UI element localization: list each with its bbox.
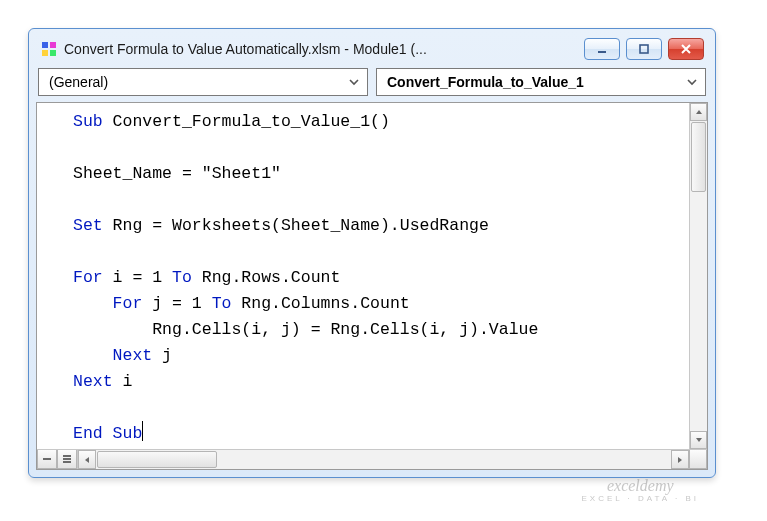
kw-end-sub: End Sub [73,424,142,443]
indent [73,320,152,339]
vba-app-icon [40,40,58,58]
kw-for-j: For [113,294,143,313]
svg-rect-6 [43,458,51,460]
window-title: Convert Formula to Value Automatically.x… [64,41,578,57]
svg-rect-2 [42,50,48,56]
svg-rect-5 [640,45,648,53]
window-controls [584,38,704,60]
vertical-scrollbar[interactable] [689,103,707,449]
next-i-var: i [113,372,133,391]
set-range: Rng = Worksheets(Sheet_Name).UsedRange [103,216,489,235]
procedure-view-button[interactable] [37,450,57,469]
h-scroll-thumb[interactable] [97,451,217,468]
for-i-a: i = 1 [103,268,172,287]
code-body: Sub Convert_Formula_to_Value_1() Sheet_N… [37,103,707,449]
horizontal-scrollbar[interactable] [78,450,689,469]
v-scroll-track[interactable] [690,121,707,431]
next-j-var: j [152,346,172,365]
object-dropdown-label: (General) [49,74,108,90]
for-j-a: j = 1 [142,294,211,313]
svg-rect-4 [598,51,606,53]
kw-next-i: Next [73,372,113,391]
minimize-button[interactable] [584,38,620,60]
svg-rect-3 [50,50,56,56]
kw-to-j: To [212,294,232,313]
bottom-bar [37,449,707,469]
indent [73,346,113,365]
procedure-dropdown-label: Convert_Formula_to_Value_1 [387,74,584,90]
full-module-view-button[interactable] [57,450,77,469]
procedure-dropdown[interactable]: Convert_Formula_to_Value_1 [376,68,706,96]
view-mode-buttons [37,450,78,469]
indent [73,294,113,313]
svg-rect-0 [42,42,48,48]
svg-rect-7 [63,455,71,457]
kw-to-i: To [172,268,192,287]
cell-assign: Rng.Cells(i, j) = Rng.Cells(i, j).Value [152,320,538,339]
code-editor[interactable]: Sub Convert_Formula_to_Value_1() Sheet_N… [37,103,689,449]
maximize-button[interactable] [626,38,662,60]
sub-name: Convert_Formula_to_Value_1() [103,112,390,131]
scrollbar-corner [689,450,707,469]
chevron-down-icon [685,75,699,89]
svg-rect-8 [63,458,71,460]
title-bar[interactable]: Convert Formula to Value Automatically.x… [36,36,708,66]
vba-editor-window: Convert Formula to Value Automatically.x… [28,28,716,478]
h-scroll-track[interactable] [96,450,671,469]
svg-rect-9 [63,461,71,463]
for-i-b: Rng.Rows.Count [192,268,341,287]
code-pane: Sub Convert_Formula_to_Value_1() Sheet_N… [36,102,708,470]
assign-sheet: Sheet_Name = [73,164,202,183]
scroll-up-button[interactable] [690,103,707,121]
for-j-b: Rng.Columns.Count [231,294,409,313]
kw-sub: Sub [73,112,103,131]
v-scroll-thumb[interactable] [691,122,706,192]
kw-for-i: For [73,268,103,287]
scroll-down-button[interactable] [690,431,707,449]
kw-next-j: Next [113,346,153,365]
object-dropdown[interactable]: (General) [38,68,368,96]
watermark: exceldemy EXCEL · DATA · BI [581,478,699,503]
text-cursor [142,421,143,441]
scroll-left-button[interactable] [78,450,96,469]
object-procedure-row: (General) Convert_Formula_to_Value_1 [36,66,708,102]
kw-set: Set [73,216,103,235]
svg-rect-1 [50,42,56,48]
close-button[interactable] [668,38,704,60]
watermark-main: exceldemy [581,478,699,495]
watermark-sub: EXCEL · DATA · BI [581,495,699,503]
chevron-down-icon [347,75,361,89]
sheet-literal: "Sheet1" [202,164,281,183]
scroll-right-button[interactable] [671,450,689,469]
